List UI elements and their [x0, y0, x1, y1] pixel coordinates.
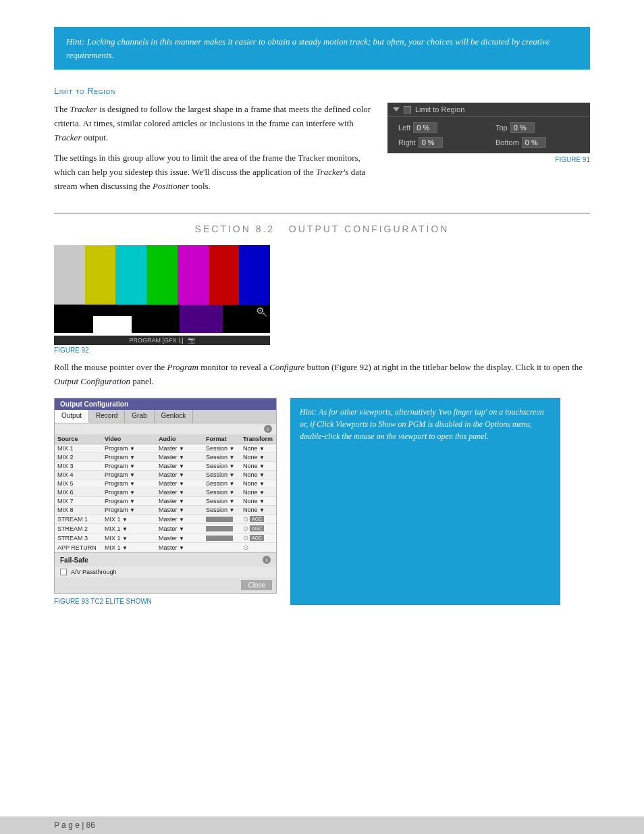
- stream-row-3: STREAM 3 MIX 1 ▼ Master ▼ ⊙AGC: [55, 533, 276, 543]
- bottom-label: Bottom: [495, 138, 519, 147]
- stream2-icon: ⊙: [243, 525, 248, 532]
- hint1-text: Hint: Locking channels in this manner ma…: [66, 36, 550, 60]
- trackers-italic: Tracker's: [316, 167, 348, 177]
- monitor-camera-icon: 📷: [188, 337, 195, 344]
- table-row: MIX 6 Program ▼ Master ▼ Session ▼ None …: [55, 488, 276, 497]
- output-config-italic: Output Configuration: [54, 376, 130, 386]
- tab-genlock[interactable]: Genlock: [155, 410, 194, 423]
- monitor-footer: PROGRAM [GFX 1] 📷: [54, 336, 270, 345]
- close-row: Close: [55, 577, 276, 593]
- tracker-italic-2: Tracker: [54, 132, 81, 142]
- col-video: Video: [105, 436, 159, 442]
- right-input[interactable]: [419, 137, 443, 148]
- widget-title: Limit to Region: [415, 105, 464, 113]
- configure-italic: Configure: [269, 362, 304, 372]
- close-button[interactable]: Close: [241, 580, 272, 590]
- limit-para1: The Tracker is designed to follow the la…: [54, 103, 371, 145]
- tab-record[interactable]: Record: [89, 410, 125, 423]
- limit-to-region-text: The Tracker is designed to follow the la…: [54, 103, 371, 194]
- hint-box-2: Hint: As for other viewports, alternativ…: [290, 398, 560, 605]
- tracker-italic-1: Tracker: [70, 104, 97, 114]
- section-prefix: SECTION 8.2: [195, 224, 275, 234]
- tab-output[interactable]: Output: [55, 410, 89, 423]
- bottom-input[interactable]: [522, 137, 546, 148]
- figure93-label: FIGURE 93 TC2 ELITE SHOWN: [54, 598, 277, 605]
- failsafe-label: Fail-Safe: [60, 556, 88, 564]
- figure92-para: Roll the mouse pointer over the Program …: [54, 361, 590, 389]
- table-row: MIX 2 Program ▼ Master ▼ Session ▼ None …: [55, 453, 276, 462]
- failsafe-row: Fail-Safe i: [55, 552, 276, 567]
- tab-grab[interactable]: Grab: [125, 410, 154, 423]
- section-title-text: OUTPUT CONFIGURATION: [289, 224, 450, 234]
- program-monitor-container: ⚙ ↖ PROGRAM [GFX 1] 📷 FIGURE 92: [54, 245, 590, 354]
- collapse-triangle-icon[interactable]: [393, 107, 400, 111]
- page-number: P a g e | 86: [54, 820, 95, 830]
- top-input[interactable]: [510, 122, 535, 133]
- table-row: MIX 4 Program ▼ Master ▼ Session ▼ None …: [55, 471, 276, 479]
- color-bars: [54, 245, 270, 305]
- passthrough-checkbox[interactable]: [60, 569, 67, 575]
- table-row: MIX 7 Program ▼ Master ▼ Session ▼ None …: [55, 497, 276, 506]
- bottom-section: Output Configuration Output Record Grab …: [54, 398, 590, 605]
- passthrough-label: A/V Passthrough: [71, 569, 117, 575]
- hint-box-1: Hint: Locking channels in this manner ma…: [54, 27, 590, 70]
- table-row: MIX 1 Program ▼ Master ▼ Session ▼ None …: [55, 444, 276, 453]
- stream-row-1: STREAM 1 MIX 1 ▼ Master ▼ ⊙AGC: [55, 515, 276, 524]
- output-config-panel: Output Configuration Output Record Grab …: [54, 398, 277, 594]
- limit-to-region-widget: Limit to Region Left Top Right: [387, 103, 590, 194]
- oc-table-header: Source Video Audio Format Transform: [55, 434, 276, 444]
- right-field: Right: [398, 137, 482, 148]
- table-row: MIX 8 Program ▼ Master ▼ Session ▼ None …: [55, 506, 276, 515]
- table-row: MIX 5 Program ▼ Master ▼ Session ▼ None …: [55, 479, 276, 488]
- cursor-icon: ↖: [262, 311, 267, 318]
- widget-box: Limit to Region Left Top Right: [387, 103, 590, 153]
- positioner-italic: Positioner: [153, 181, 189, 191]
- figure91-label: FIGURE 91: [387, 156, 590, 163]
- monitor-bottom: [54, 305, 270, 333]
- limit-to-region-heading: Limit to Region: [54, 86, 590, 96]
- top-label: Top: [495, 124, 508, 132]
- section-82-title: SECTION 8.2 OUTPUT CONFIGURATION: [54, 213, 590, 234]
- page: Hint: Locking channels in this manner ma…: [0, 0, 644, 834]
- col-format: Format: [206, 436, 243, 442]
- table-row: MIX 3 Program ▼ Master ▼ Session ▼ None …: [55, 462, 276, 471]
- limit-region-checkbox[interactable]: [404, 106, 411, 113]
- col-transform: Transform: [243, 436, 280, 442]
- stream1-agc[interactable]: AGC: [250, 516, 264, 522]
- left-label: Left: [398, 124, 410, 132]
- program-label: PROGRAM [GFX 1]: [129, 337, 183, 344]
- stream1-icon: ⊙: [243, 515, 248, 523]
- failsafe-info-icon[interactable]: i: [263, 556, 271, 564]
- col-audio: Audio: [159, 436, 206, 442]
- appreturn-icon: ⊙: [243, 544, 248, 551]
- stream2-agc[interactable]: AGC: [250, 525, 264, 531]
- col-source: Source: [57, 436, 105, 442]
- page-footer: P a g e | 86: [0, 816, 644, 834]
- oc-tabs: Output Record Grab Genlock: [55, 410, 276, 423]
- limit-to-region-section: The Tracker is designed to follow the la…: [54, 103, 590, 194]
- left-input[interactable]: [413, 122, 437, 133]
- stream3-icon: ⊙: [243, 534, 248, 542]
- info-icon[interactable]: i: [264, 425, 272, 433]
- hint2-text: Hint: As for other viewports, alternativ…: [300, 407, 544, 441]
- stream-row-2: STREAM 2 MIX 1 ▼ Master ▼ ⊙AGC: [55, 524, 276, 533]
- limit-para2: The settings in this group allow you to …: [54, 151, 371, 193]
- left-field: Left: [398, 122, 482, 133]
- program-italic: Program: [167, 362, 198, 372]
- top-field: Top: [495, 122, 579, 133]
- oc-title-bar: Output Configuration: [55, 398, 276, 410]
- app-return-row: APP RETURN MIX 1 ▼ Master ▼ ⊙: [55, 543, 276, 552]
- oc-info-row: i: [55, 423, 276, 434]
- output-config-container: Output Configuration Output Record Grab …: [54, 398, 277, 605]
- widget-header: Limit to Region: [387, 103, 590, 117]
- stream3-agc[interactable]: AGC: [250, 535, 264, 541]
- widget-fields: Left Top Right Bottom: [387, 117, 590, 153]
- passthrough-row: A/V Passthrough: [55, 567, 276, 577]
- right-label: Right: [398, 138, 416, 147]
- figure92-label: FIGURE 92: [54, 346, 590, 354]
- bottom-field: Bottom: [495, 137, 579, 148]
- program-monitor[interactable]: ⚙ ↖: [54, 245, 270, 333]
